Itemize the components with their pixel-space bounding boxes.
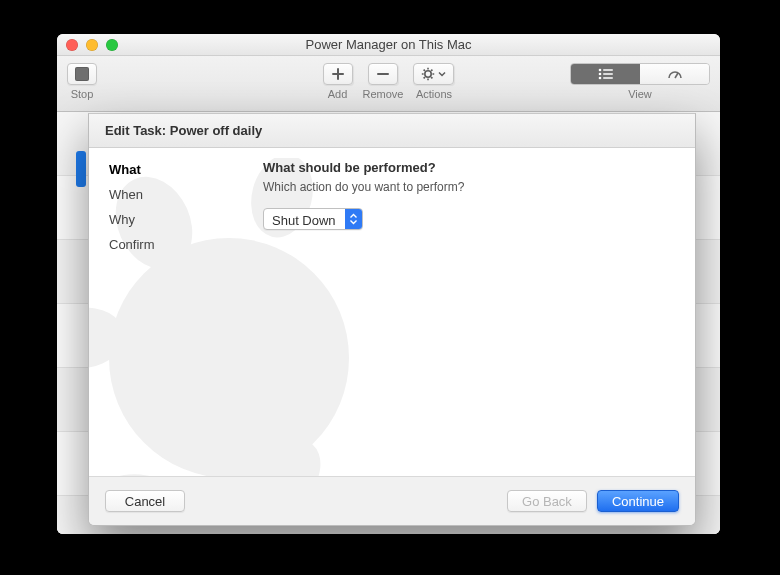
edit-task-sheet: Edit Task: Power off daily What When Why…	[88, 113, 696, 526]
list-icon	[598, 68, 614, 80]
gear-icon	[421, 67, 435, 81]
cancel-button[interactable]: Cancel	[105, 490, 185, 512]
svg-line-8	[432, 70, 433, 71]
actions-button[interactable]	[413, 63, 454, 85]
step-confirm[interactable]: Confirm	[109, 237, 251, 252]
view-label: View	[628, 88, 652, 100]
svg-line-15	[675, 73, 678, 78]
view-segmented[interactable]	[570, 63, 710, 85]
view-gauge-button[interactable]	[640, 64, 709, 84]
add-button[interactable]	[323, 63, 353, 85]
svg-line-5	[424, 70, 425, 71]
zoom-icon[interactable]	[106, 39, 118, 51]
titlebar: Power Manager on This Mac	[57, 34, 720, 56]
minus-icon	[376, 67, 390, 81]
step-sidebar: What When Why Confirm	[89, 148, 259, 476]
svg-line-7	[424, 77, 425, 78]
stop-icon	[75, 67, 89, 81]
stop-button[interactable]	[67, 63, 97, 85]
continue-button[interactable]: Continue	[597, 490, 679, 512]
content-subtext: Which action do you want to perform?	[263, 180, 677, 194]
step-content: What should be performed? Which action d…	[259, 148, 695, 476]
window-title: Power Manager on This Mac	[57, 37, 720, 52]
step-when[interactable]: When	[109, 187, 251, 202]
view-list-button[interactable]	[571, 64, 640, 84]
svg-rect-12	[603, 69, 613, 71]
plus-icon	[331, 67, 345, 81]
close-icon[interactable]	[66, 39, 78, 51]
action-select-value: Shut Down	[264, 209, 345, 229]
toolbar: Stop Add Remove	[57, 56, 720, 112]
add-label: Add	[328, 88, 348, 100]
actions-label: Actions	[416, 88, 452, 100]
select-stepper-icon	[345, 209, 362, 229]
stop-label: Stop	[71, 88, 94, 100]
chevron-down-icon	[438, 70, 446, 78]
svg-point-9	[598, 69, 601, 72]
gauge-icon	[667, 68, 683, 80]
selected-task-peek	[76, 151, 86, 187]
step-what[interactable]: What	[109, 162, 251, 177]
sheet-title: Edit Task: Power off daily	[89, 114, 695, 148]
remove-label: Remove	[363, 88, 404, 100]
sheet-footer: Cancel Go Back Continue	[89, 477, 695, 525]
action-select[interactable]: Shut Down	[263, 208, 363, 230]
svg-line-6	[432, 77, 433, 78]
minimize-icon[interactable]	[86, 39, 98, 51]
step-why[interactable]: Why	[109, 212, 251, 227]
go-back-button: Go Back	[507, 490, 587, 512]
svg-point-0	[425, 71, 431, 77]
svg-rect-13	[603, 73, 613, 75]
content-heading: What should be performed?	[263, 160, 677, 175]
svg-rect-14	[603, 77, 613, 79]
svg-point-10	[598, 73, 601, 76]
remove-button[interactable]	[368, 63, 398, 85]
svg-point-11	[598, 77, 601, 80]
